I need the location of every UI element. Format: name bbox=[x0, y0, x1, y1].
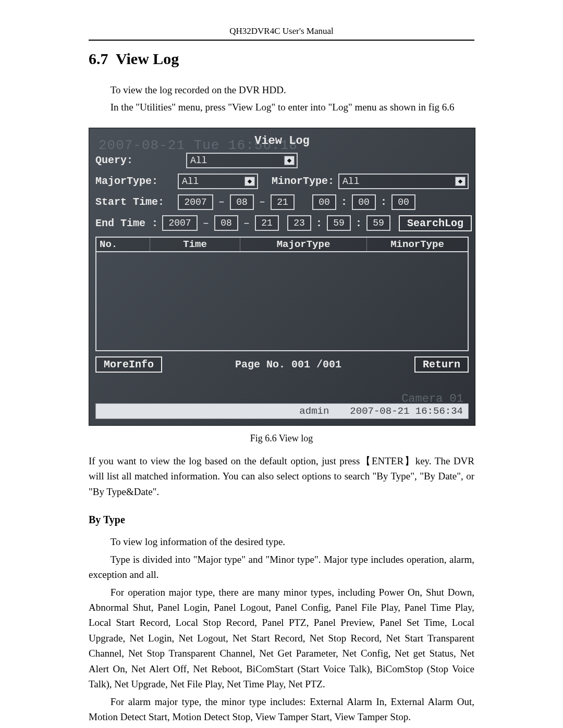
start-minute-input[interactable]: 00 bbox=[352, 194, 376, 210]
col-no: No. bbox=[96, 238, 150, 251]
end-minute-input[interactable]: 59 bbox=[327, 215, 351, 231]
dropdown-icon: ◆ bbox=[455, 177, 466, 186]
start-month-input[interactable]: 08 bbox=[230, 194, 254, 210]
intro-line-1: To view the log recorded on the DVR HDD. bbox=[89, 82, 474, 97]
bytype-p3: For operation major type, there are many… bbox=[89, 585, 474, 692]
section-heading: 6.7 View Log bbox=[89, 50, 474, 68]
intro-line-2: In the "Utilities" menu, press "View Log… bbox=[89, 100, 474, 115]
minortype-value: All bbox=[342, 176, 359, 187]
end-time-label: End Time : bbox=[95, 217, 158, 229]
start-time-label: Start Time: bbox=[95, 196, 174, 208]
minortype-label: MinorType: bbox=[272, 175, 334, 187]
minortype-select[interactable]: All ◆ bbox=[338, 174, 469, 189]
end-hour-input[interactable]: 23 bbox=[287, 215, 311, 231]
return-button[interactable]: Return bbox=[414, 356, 469, 373]
col-time: Time bbox=[150, 238, 240, 251]
separator: – bbox=[218, 196, 225, 208]
dropdown-icon: ◆ bbox=[284, 156, 295, 165]
log-table-header: No. Time MajorType MinorType bbox=[96, 238, 468, 252]
end-second-input[interactable]: 59 bbox=[366, 215, 390, 231]
more-info-button[interactable]: MoreInfo bbox=[95, 356, 162, 373]
end-day-input[interactable]: 21 bbox=[255, 215, 279, 231]
dropdown-icon: ◆ bbox=[244, 177, 255, 186]
query-select-value: All bbox=[190, 155, 207, 166]
query-select[interactable]: All ◆ bbox=[186, 153, 298, 168]
majortype-select[interactable]: All ◆ bbox=[178, 174, 258, 189]
majortype-label: MajorType: bbox=[95, 175, 174, 187]
start-year-input[interactable]: 2007 bbox=[178, 194, 213, 210]
status-datetime: 2007-08-21 16:56:34 bbox=[350, 405, 463, 417]
paragraph-enter-key: If you want to view the log based on the… bbox=[89, 453, 474, 499]
end-year-input[interactable]: 2007 bbox=[162, 215, 198, 231]
bytype-p4: For alarm major type, the minor type inc… bbox=[89, 694, 474, 725]
running-header: QH32DVR4C User's Manual bbox=[89, 26, 474, 41]
col-majortype: MajorType bbox=[240, 238, 367, 251]
bytype-p1: To view log information of the desired t… bbox=[89, 534, 474, 549]
end-month-input[interactable]: 08 bbox=[214, 215, 238, 231]
subheading-by-type: By Type bbox=[89, 514, 474, 526]
page-indicator: Page No. 001 /001 bbox=[235, 359, 341, 371]
search-log-button[interactable]: SearchLog bbox=[399, 215, 472, 231]
section-title-text: View Log bbox=[116, 50, 179, 67]
start-day-input[interactable]: 21 bbox=[271, 194, 295, 210]
separator: – bbox=[259, 196, 265, 208]
window-title: View Log bbox=[95, 134, 469, 147]
figure-view-log: 2007-08-21 Tue 16:56:18 View Log Query: … bbox=[89, 128, 474, 444]
separator: – bbox=[203, 217, 209, 229]
log-results-table: No. Time MajorType MinorType bbox=[95, 237, 469, 351]
status-user: admin bbox=[299, 405, 329, 417]
majortype-value: All bbox=[182, 176, 199, 187]
dvr-screenshot: 2007-08-21 Tue 16:56:18 View Log Query: … bbox=[89, 128, 475, 426]
separator: – bbox=[243, 217, 250, 229]
separator: : bbox=[356, 217, 362, 229]
start-hour-input[interactable]: 00 bbox=[312, 194, 336, 210]
query-label: Query: bbox=[95, 154, 133, 166]
log-table-body-empty bbox=[96, 252, 468, 350]
separator: : bbox=[341, 196, 347, 208]
start-second-input[interactable]: 00 bbox=[391, 194, 415, 210]
figure-caption: Fig 6.6 View log bbox=[89, 433, 474, 444]
section-number: 6.7 bbox=[89, 50, 108, 67]
separator: : bbox=[381, 196, 387, 208]
separator: : bbox=[316, 217, 322, 229]
bytype-p2: Type is divided into "Major type" and "M… bbox=[89, 552, 474, 583]
col-minortype: MinorType bbox=[367, 238, 468, 251]
status-bar: admin 2007-08-21 16:56:34 bbox=[95, 403, 469, 419]
